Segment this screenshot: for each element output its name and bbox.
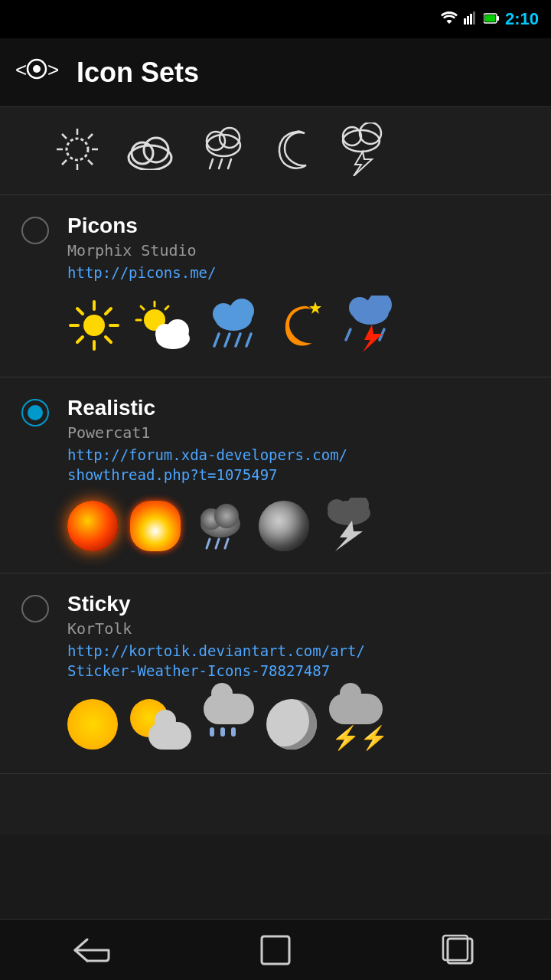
picons-author: Morphix Studio [67,241,536,260]
sticky-storm-icon: ⚡⚡ [329,694,390,755]
picons-moon-star-icon [272,299,326,355]
realistic-lightning-icon [321,498,375,554]
svg-line-41 [77,337,83,342]
picons-sun-icon [67,299,121,355]
svg-line-55 [236,334,240,346]
picons-url[interactable]: http://picons.me/ [67,263,536,283]
picons-rain-icon [207,296,260,358]
picons-name: Picons [67,214,536,238]
svg-point-66 [214,504,239,528]
picons-radio-col [15,214,55,244]
picons-info: Picons Morphix Studio http://picons.me/ [67,214,536,358]
svg-line-16 [62,134,67,139]
svg-line-18 [88,134,93,139]
realistic-author: Powercat1 [67,423,536,442]
svg-point-59 [349,297,370,318]
battery-icon [484,11,499,28]
sticky-sun-icon [67,699,118,750]
sticky-moon-icon [266,699,317,750]
top-icons-row [0,107,551,195]
realistic-info: Realistic Powercat1 http://forum.xda-dev… [67,396,536,554]
svg-line-53 [214,334,219,346]
svg-line-40 [106,309,111,314]
svg-line-17 [88,160,93,165]
picons-section: Picons Morphix Studio http://picons.me/ [0,195,551,377]
svg-rect-6 [484,15,495,21]
picons-partly-cloudy-icon [133,299,194,355]
realistic-explosion-icon [130,501,181,551]
svg-line-61 [346,329,350,340]
status-icons: 2:10 [441,9,539,29]
nav-back-button[interactable] [46,927,138,973]
svg-line-39 [106,337,111,342]
svg-line-68 [216,539,219,548]
realistic-cloud-rain-icon [193,498,246,554]
app-logo-icon: < > [15,54,58,91]
svg-line-45 [141,306,144,309]
nav-home-button[interactable] [230,927,321,973]
svg-rect-5 [497,16,499,21]
outline-thunder-icon [334,122,389,179]
svg-text:<: < [15,58,27,81]
svg-point-11 [67,139,88,160]
toolbar: < > Icon Sets [0,38,551,107]
realistic-section: Realistic Powercat1 http://forum.xda-dev… [0,377,551,573]
outline-sun-icon [54,126,101,176]
svg-line-26 [210,159,213,168]
status-bar: 2:10 [0,0,551,38]
realistic-radio[interactable] [21,399,49,426]
svg-line-19 [62,160,67,165]
sticky-url[interactable]: http://kortoik.deviantart.com/art/Sticke… [67,641,536,681]
outline-cloud-icon [122,129,178,173]
svg-line-28 [228,159,231,168]
nav-recents-button[interactable] [413,927,505,973]
outline-rain-icon [199,122,248,179]
sticky-name: Sticky [67,592,536,616]
sticky-section: Sticky KorTolk http://kortoik.deviantart… [0,573,551,774]
realistic-url[interactable]: http://forum.xda-developers.com/showthre… [67,445,536,485]
svg-rect-1 [467,16,469,24]
svg-text:>: > [47,58,58,81]
sticky-radio[interactable] [21,595,49,622]
outline-moon-icon [269,126,312,176]
svg-rect-3 [473,11,475,24]
svg-marker-73 [335,521,363,551]
sticky-info: Sticky KorTolk http://kortoik.deviantart… [67,592,536,755]
scroll-content: Picons Morphix Studio http://picons.me/ [0,107,551,835]
sticky-radio-col [15,592,55,622]
svg-line-27 [219,159,222,168]
picons-radio[interactable] [21,217,49,244]
wifi-icon [441,11,458,28]
sticky-author: KorTolk [67,619,536,638]
svg-line-38 [77,309,83,314]
svg-point-33 [83,315,105,336]
realistic-name: Realistic [67,396,536,420]
realistic-preview [67,498,536,554]
svg-point-9 [33,65,41,73]
nav-bar [0,919,551,980]
svg-line-67 [207,539,210,548]
sticky-preview: ⚡⚡ [67,694,536,755]
svg-line-54 [225,334,230,346]
svg-line-46 [165,306,168,309]
realistic-moon-icon [259,501,309,551]
svg-point-52 [230,299,254,323]
svg-point-31 [360,122,381,144]
toolbar-logo: < > [15,54,61,91]
sticky-partly-cloudy-icon [130,699,191,750]
svg-line-56 [246,334,251,346]
picons-thunder-rain-icon [338,296,399,358]
svg-rect-0 [464,18,466,24]
svg-rect-2 [470,14,472,24]
picons-preview [67,296,536,358]
page-title: Icon Sets [77,57,199,89]
svg-rect-74 [262,936,289,964]
svg-point-49 [166,319,189,342]
sticky-cloud-rain-icon [204,694,254,755]
svg-line-69 [225,539,228,548]
svg-point-71 [328,499,346,518]
realistic-radio-col [15,396,55,426]
realistic-sun-icon [67,501,118,551]
signal-icon [464,11,478,28]
svg-marker-57 [309,302,321,314]
